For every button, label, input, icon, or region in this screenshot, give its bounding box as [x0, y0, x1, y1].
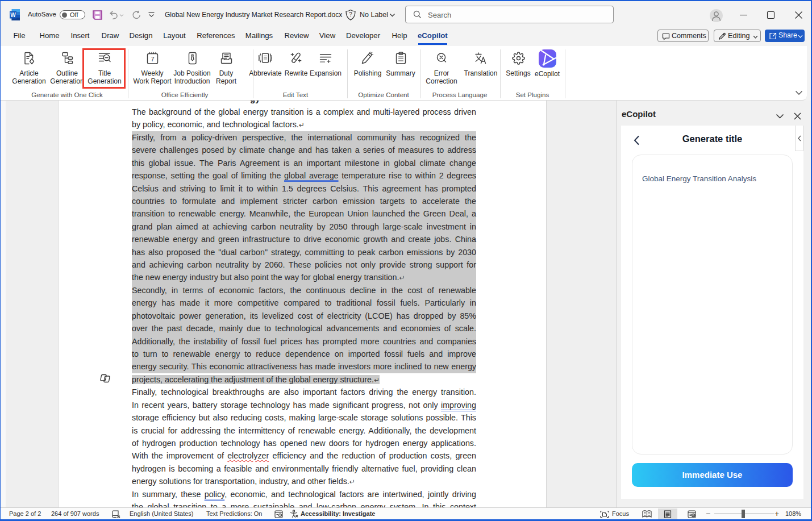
svg-text:?: ? [349, 11, 352, 18]
svg-text:W: W [10, 12, 16, 18]
svg-text:7: 7 [151, 56, 154, 62]
